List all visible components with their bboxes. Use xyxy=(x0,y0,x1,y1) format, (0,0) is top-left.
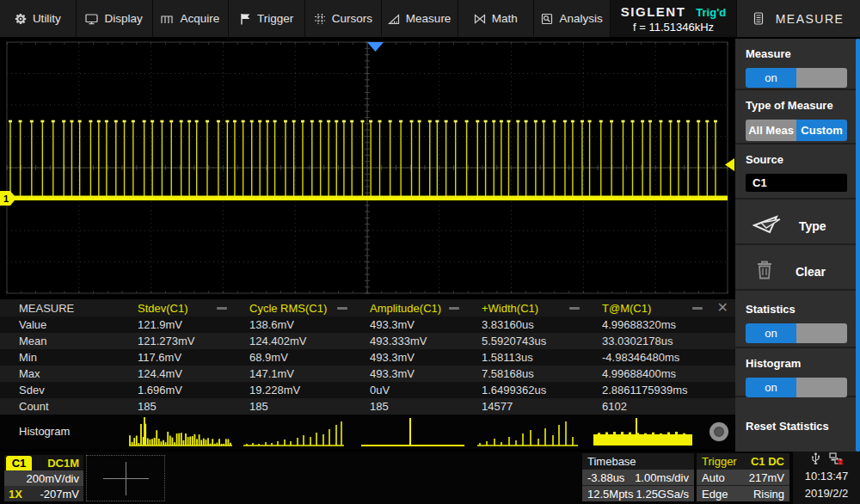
measure-type-segmented-control: All Meas Custom xyxy=(746,120,847,141)
channel1-probe: 1X xyxy=(9,488,22,501)
menu-item-measure[interactable]: Measure xyxy=(382,0,458,37)
measurement-table: MEASURE Stdev(C1) Cycle RMS(C1) Amplitud… xyxy=(0,299,735,449)
menu-label: Trigger xyxy=(257,12,293,25)
menu-item-analysis[interactable]: Analysis xyxy=(534,0,611,37)
measure-icon xyxy=(388,13,400,25)
table-title: MEASURE xyxy=(0,302,138,315)
channel1-coupling: DC1M xyxy=(47,457,83,470)
toggle-on-segment[interactable]: on xyxy=(746,378,796,397)
status-bar: C1 DC1M 200mV/div 1X -207mV Timebase -3.… xyxy=(0,452,860,504)
menu-item-trigger[interactable]: Trigger xyxy=(229,0,305,37)
remove-measure-icon[interactable] xyxy=(337,307,347,310)
trigger-mode: Auto xyxy=(702,471,725,484)
panel-scrollbar[interactable] xyxy=(856,39,860,452)
lan-error-icon xyxy=(829,452,844,468)
trash-icon xyxy=(756,260,773,284)
channel1-level-marker: 1 xyxy=(0,191,16,206)
cursors-icon xyxy=(314,13,326,25)
trigger-slope: Rising xyxy=(753,488,784,501)
menu-label: Display xyxy=(104,12,142,25)
waveform-grid-and-trace: 1 xyxy=(0,39,735,299)
remove-measure-icon[interactable] xyxy=(569,307,580,310)
remove-measure-icon[interactable] xyxy=(449,307,459,310)
channel1-badge[interactable]: C1 xyxy=(6,456,32,470)
oscilloscope-screen: Utility Display Acquire Trigger xyxy=(0,0,860,504)
statistics-toggle[interactable]: on xyxy=(746,323,847,343)
custom-option[interactable]: Custom xyxy=(796,120,847,141)
clear-button[interactable]: Clear xyxy=(735,245,860,291)
toggle-on-segment[interactable]: on xyxy=(746,68,796,88)
statistics-label: Statistics xyxy=(746,303,860,316)
menu-item-acquire[interactable]: Acquire xyxy=(153,0,230,37)
source-select[interactable]: C1 xyxy=(746,174,847,192)
display-icon xyxy=(85,13,98,25)
type-button[interactable]: Type xyxy=(735,200,860,245)
table-row-count: Count 185 185 185 14577 6102 xyxy=(0,398,735,415)
remove-measure-icon[interactable] xyxy=(217,307,227,310)
menu-item-utility[interactable]: Utility xyxy=(0,0,77,37)
svg-text:1: 1 xyxy=(3,194,9,204)
system-time: 10:13:47 xyxy=(805,468,849,485)
siglent-logo: SIGLENT xyxy=(621,4,686,19)
type-button-label: Type xyxy=(799,219,826,233)
section-statistics: Statistics on xyxy=(735,291,860,348)
measure-toggle[interactable]: on xyxy=(746,68,847,88)
remove-measure-icon[interactable] xyxy=(692,307,703,310)
menu-item-cursors[interactable]: Cursors xyxy=(305,0,382,37)
trigger-frequency: f = 11.51346kHz xyxy=(633,21,714,34)
column-header-cycle-rms[interactable]: Cycle RMS(C1) xyxy=(249,302,370,315)
menu-label: Math xyxy=(492,12,518,25)
column-header-pwidth[interactable]: +Width(C1) xyxy=(482,302,602,315)
all-meas-option[interactable]: All Meas xyxy=(746,120,796,141)
measurement-table-header: MEASURE Stdev(C1) Cycle RMS(C1) Amplitud… xyxy=(0,299,735,317)
histogram-row-label: Histogram xyxy=(19,425,70,438)
flag-icon xyxy=(240,13,251,25)
trigger-title: Trigger xyxy=(702,455,737,468)
measure-label: Measure xyxy=(746,47,860,60)
acquire-icon xyxy=(161,13,174,25)
dialog-title-bar: MEASURE xyxy=(737,0,860,37)
histogram-toggle[interactable]: on xyxy=(746,378,847,397)
column-header-stdev[interactable]: Stdev(C1) xyxy=(138,302,249,315)
brand-status-block: SIGLENT Trig'd f = 11.51346kHz xyxy=(611,0,737,37)
channel1-scale: 200mV/div xyxy=(27,472,79,485)
type-of-measure-label: Type of Measure xyxy=(746,99,860,112)
column-header-tam[interactable]: T@M(C1) xyxy=(602,302,735,315)
analysis-icon xyxy=(541,13,553,25)
gear-icon xyxy=(15,13,27,25)
measure-settings-panel: Measure on Type of Measure All Meas Cust… xyxy=(735,39,860,452)
channel1-descriptor[interactable]: C1 DC1M 200mV/div 1X -207mV xyxy=(4,455,83,501)
refresh-indicator-icon[interactable] xyxy=(710,422,728,441)
menu-label: Analysis xyxy=(559,12,602,25)
list-icon xyxy=(753,12,764,25)
timebase-delay: -3.88us xyxy=(587,471,624,484)
histogram-label: Histogram xyxy=(746,357,860,370)
timebase-descriptor[interactable]: Timebase -3.88us 1.00ms/div 12.5Mpts 1.2… xyxy=(582,453,694,502)
trigger-position-marker xyxy=(367,42,384,52)
close-icon[interactable]: ✕ xyxy=(717,299,728,317)
trigger-level: 217mV xyxy=(749,471,784,484)
source-label: Source xyxy=(746,153,860,166)
menu-label: Measure xyxy=(406,12,452,25)
toggle-on-segment[interactable]: on xyxy=(746,323,796,343)
table-row-min: Min 117.6mV 68.9mV 493.3mV 1.58113us -4.… xyxy=(0,349,735,366)
section-source: Source C1 xyxy=(735,144,860,200)
timebase-scale: 1.00ms/div xyxy=(635,471,689,484)
toggle-off-segment[interactable] xyxy=(796,378,847,397)
waveform-display[interactable]: 1 xyxy=(0,39,735,299)
menu-item-math[interactable]: Math xyxy=(458,0,535,37)
add-channel-slot[interactable] xyxy=(86,455,165,501)
column-header-amplitude[interactable]: Amplitude(C1) xyxy=(370,302,482,315)
reset-statistics-button[interactable]: Reset Statistics xyxy=(735,397,860,452)
measurement-histograms xyxy=(0,415,735,449)
clear-button-label: Clear xyxy=(796,265,826,279)
histogram-strip: Histogram xyxy=(0,415,735,449)
toggle-off-segment[interactable] xyxy=(796,68,847,88)
trigger-type: Edge xyxy=(702,488,728,501)
usb-icon xyxy=(810,452,821,468)
channel1-offset: -207mV xyxy=(40,488,79,501)
timebase-sample-rate: 1.25GSa/s xyxy=(636,488,689,501)
toggle-off-segment[interactable] xyxy=(796,323,847,343)
menu-item-display[interactable]: Display xyxy=(77,0,153,37)
trigger-descriptor[interactable]: Trigger C1 DC Auto 217mV Edge Rising xyxy=(697,453,789,502)
